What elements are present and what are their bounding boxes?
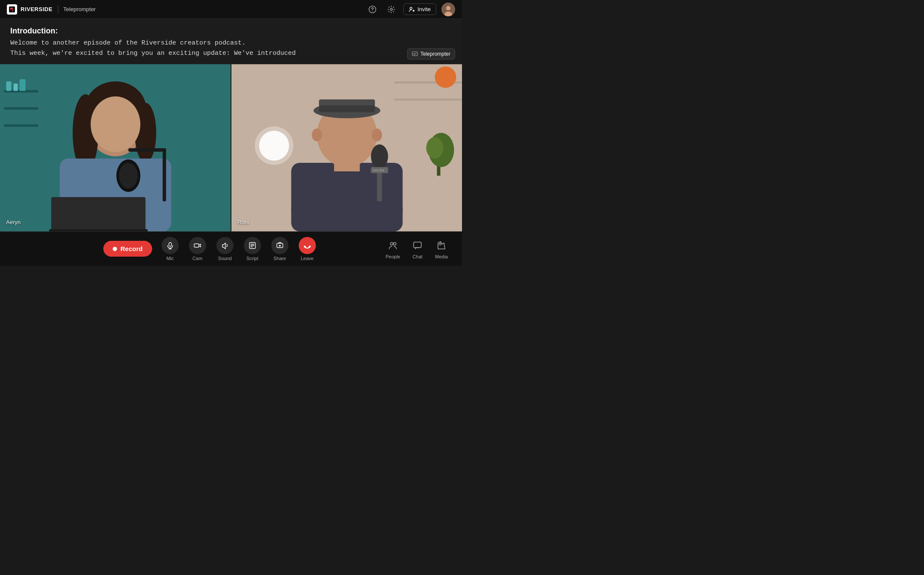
- svg-point-47: [372, 129, 382, 141]
- header-right: Invite: [366, 3, 455, 16]
- svg-point-64: [439, 243, 441, 245]
- svg-rect-23: [51, 197, 146, 231]
- participant-name-left: Aeryn: [6, 219, 21, 225]
- toolbar: Record Mic Cam: [0, 231, 462, 266]
- invite-button[interactable]: Invite: [403, 3, 436, 15]
- toolbar-center: Record Mic Cam: [43, 234, 381, 264]
- logo-icon: [7, 4, 17, 15]
- user-avatar[interactable]: [441, 3, 455, 16]
- svg-point-28: [119, 163, 138, 189]
- mic-icon: [162, 237, 179, 254]
- teleprompter-btn-label: Teleprompter: [420, 51, 450, 57]
- svg-rect-26: [129, 148, 166, 152]
- share-icon: [271, 237, 288, 254]
- participant-name-right: Roni: [237, 219, 249, 225]
- people-sidebar-button[interactable]: People: [381, 236, 405, 262]
- record-dot: [113, 247, 117, 251]
- share-label: Share: [273, 256, 286, 261]
- header-title: Teleprompter: [63, 6, 96, 12]
- svg-point-33: [435, 66, 456, 88]
- svg-point-4: [410, 7, 412, 9]
- chat-icon: [411, 239, 424, 252]
- svg-point-46: [312, 129, 322, 141]
- sound-button[interactable]: Sound: [212, 234, 238, 264]
- header-left: RIVERSIDE Teleprompter: [7, 4, 96, 15]
- svg-point-62: [393, 243, 396, 245]
- svg-rect-24: [49, 229, 148, 231]
- video-panel-right: SHURE Roni: [231, 64, 462, 231]
- sound-icon: [216, 237, 234, 254]
- invite-label: Invite: [417, 6, 431, 12]
- svg-rect-25: [163, 150, 166, 201]
- svg-rect-15: [20, 79, 26, 91]
- svg-rect-52: [169, 243, 171, 246]
- chat-label: Chat: [412, 254, 422, 259]
- video-left-canvas: [0, 64, 231, 231]
- sound-label: Sound: [218, 256, 232, 261]
- media-label: Media: [435, 254, 448, 259]
- video-right-canvas: SHURE: [231, 64, 462, 231]
- toolbar-right: People Chat Media: [381, 236, 453, 262]
- header-divider: [58, 5, 58, 14]
- logo-text: RIVERSIDE: [21, 6, 53, 12]
- svg-point-38: [255, 126, 294, 165]
- svg-rect-12: [4, 124, 39, 127]
- cam-button[interactable]: Cam: [185, 234, 210, 264]
- svg-rect-55: [194, 244, 199, 247]
- svg-point-2: [372, 11, 373, 12]
- svg-rect-45: [319, 99, 375, 105]
- share-button[interactable]: Share: [267, 234, 293, 264]
- teleprompter-title: Introduction:: [10, 27, 452, 36]
- svg-rect-63: [414, 242, 421, 248]
- svg-rect-11: [4, 107, 39, 110]
- record-button[interactable]: Record: [103, 241, 152, 257]
- chat-sidebar-button[interactable]: Chat: [405, 236, 429, 262]
- logo-area: RIVERSIDE: [7, 4, 53, 15]
- help-button[interactable]: [366, 3, 379, 16]
- teleprompter-button[interactable]: Teleprompter: [407, 48, 455, 60]
- media-sidebar-button[interactable]: Media: [429, 236, 453, 262]
- cam-icon: [189, 237, 206, 254]
- leave-button[interactable]: Leave: [294, 234, 320, 264]
- script-button[interactable]: Script: [240, 234, 265, 264]
- svg-point-61: [390, 243, 393, 245]
- video-area: Aeryn: [0, 64, 462, 231]
- svg-rect-14: [14, 84, 18, 91]
- teleprompter-text: Welcome to another episode of the Rivers…: [10, 38, 452, 59]
- svg-rect-32: [394, 99, 462, 101]
- svg-point-6: [446, 6, 450, 10]
- svg-point-36: [426, 137, 444, 159]
- mic-label: Mic: [166, 256, 174, 261]
- media-icon: [435, 239, 448, 252]
- video-panel-left: Aeryn: [0, 64, 231, 231]
- cam-label: Cam: [192, 256, 202, 261]
- mic-button[interactable]: Mic: [157, 234, 183, 264]
- svg-point-20: [91, 96, 141, 152]
- svg-point-49: [371, 144, 388, 168]
- people-icon: [386, 239, 400, 252]
- svg-point-3: [390, 8, 392, 10]
- record-label: Record: [120, 245, 143, 252]
- leave-label: Leave: [301, 256, 314, 261]
- script-label: Script: [246, 256, 258, 261]
- svg-text:SHURE: SHURE: [373, 168, 385, 172]
- leave-icon: [299, 237, 316, 254]
- settings-button[interactable]: [384, 3, 398, 16]
- script-icon: [244, 237, 261, 254]
- header: RIVERSIDE Teleprompter Invite: [0, 0, 462, 19]
- teleprompter-banner: Introduction: Welcome to another episode…: [0, 19, 462, 64]
- svg-rect-13: [6, 81, 12, 91]
- people-label: People: [386, 254, 400, 259]
